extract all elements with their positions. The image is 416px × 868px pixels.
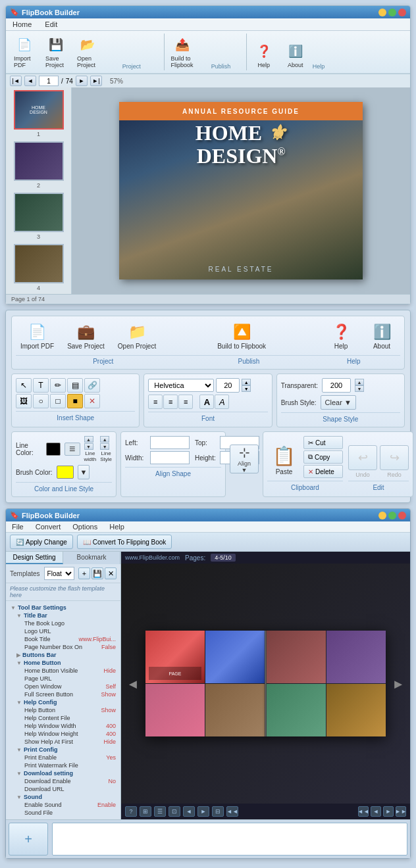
font-bold-btn[interactable]: A (199, 395, 214, 409)
tree-print-enable[interactable]: Print Enable Yes (9, 754, 118, 761)
page-input[interactable] (39, 76, 59, 86)
align-grid-btn[interactable]: ⊹ Align ▼ (230, 445, 259, 473)
about-btn[interactable]: ℹ️ About (281, 40, 310, 70)
paste-btn[interactable]: 📋 Paste (267, 443, 301, 478)
s3-close-btn[interactable] (398, 512, 406, 519)
tree-help-content[interactable]: Help Content File (9, 714, 118, 722)
prev-page-btn[interactable]: ◄ (24, 76, 36, 86)
preview-share-btn[interactable]: ⊟ (212, 806, 224, 817)
tree-sound[interactable]: ▼ Sound (9, 793, 118, 801)
apply-change-btn[interactable]: 🔄 Apply Change (10, 535, 73, 549)
transparent-down[interactable]: ▼ (355, 385, 364, 392)
line-width-up[interactable]: ▲ (84, 436, 93, 443)
menu-edit[interactable]: Edit (42, 20, 60, 29)
preview-menu-btn[interactable]: ◄◄ (226, 806, 238, 817)
tree-help-config[interactable]: ▼ Help Config (9, 698, 118, 706)
preview-grid-btn[interactable]: ⊞ (140, 806, 151, 817)
preview-list-btn[interactable]: ☰ (154, 806, 166, 817)
tree-home-visible[interactable]: Home Button Visible Hide (9, 667, 118, 675)
s2-help-btn[interactable]: ❓ Help (323, 320, 359, 352)
redo-btn[interactable]: ↪ (380, 445, 409, 470)
delete-btn[interactable]: ✕ Delete (303, 465, 343, 478)
convert-flipbook-btn[interactable]: 📖 Convert To Flipping Book (77, 535, 172, 549)
s3-menu-file[interactable]: File (10, 522, 26, 531)
transparent-input[interactable] (322, 378, 351, 393)
tree-buttons-bar[interactable]: ▶ Buttons Bar (9, 651, 118, 659)
tree-toolbar-settings[interactable]: ▼ Tool Bar Settings (9, 604, 118, 612)
open-project-btn[interactable]: 📂 Open Project (73, 34, 102, 70)
tree-help-btn[interactable]: Help Button Show (9, 706, 118, 714)
text-tool-btn[interactable]: T (33, 378, 49, 393)
transparent-up[interactable]: ▲ (355, 379, 364, 385)
line-color-swatch[interactable] (46, 443, 61, 456)
tree-print-watermark[interactable]: Print Watermark File (9, 761, 118, 769)
last-page-btn[interactable]: ►| (90, 76, 102, 86)
s2-open-project-btn[interactable]: 📁 Open Project (113, 320, 161, 352)
left-input[interactable] (150, 436, 190, 449)
next-spread-btn[interactable]: ► (392, 676, 405, 691)
thumbnail-2[interactable]: 2 (9, 141, 68, 189)
copy-btn[interactable]: ⧉ Copy (303, 450, 343, 464)
width-input[interactable] (150, 451, 190, 464)
tree-logo-url[interactable]: Logo URL (9, 627, 118, 635)
tree-sound-file[interactable]: Sound File (9, 809, 118, 817)
brush-style-dropdown[interactable]: Clear ▼ (321, 395, 356, 410)
font-select[interactable]: Helvetica (148, 379, 214, 392)
align-center-btn[interactable]: ≡ (163, 395, 178, 409)
template-add-btn[interactable]: + (78, 567, 90, 579)
import-pdf-btn[interactable]: 📄 Import PDF (10, 34, 39, 70)
next-page-btn[interactable]: ► (76, 76, 88, 86)
font-size-down[interactable]: ▼ (242, 385, 251, 392)
preview-first-btn[interactable]: ◄◄ (358, 806, 369, 817)
tree-print-config[interactable]: ▼ Print Config (9, 746, 118, 754)
line-width-down[interactable]: ▼ (84, 443, 93, 450)
font-size-input[interactable] (216, 378, 240, 393)
rect-tool-btn[interactable]: □ (50, 394, 66, 408)
delete-shape-btn[interactable]: ✕ (84, 394, 100, 408)
font-italic-btn[interactable]: A (215, 395, 229, 409)
line-style-down[interactable]: ▼ (100, 443, 109, 450)
s2-save-project-btn[interactable]: 💼 Save Project (63, 320, 109, 352)
cut-btn[interactable]: ✂ Cut (303, 436, 343, 449)
colored-rect-btn[interactable]: ■ (67, 394, 83, 408)
preview-next-btn[interactable]: ► (383, 806, 394, 817)
close-btn[interactable] (398, 9, 406, 16)
minimize-btn[interactable] (378, 9, 386, 16)
first-page-btn[interactable]: |◄ (10, 76, 22, 86)
tree-download-setting[interactable]: ▼ Download setting (9, 769, 118, 777)
undo-btn[interactable]: ↩ (348, 445, 377, 470)
maximize-btn[interactable] (388, 9, 396, 16)
pencil-tool-btn[interactable]: ✏ (50, 378, 66, 393)
template-save-btn[interactable]: 💾 (91, 567, 103, 579)
tree-open-window[interactable]: Open Window Self (9, 683, 118, 690)
tree-enable-sound[interactable]: Enable Sound Enable (9, 801, 118, 809)
textbox-tool-btn[interactable]: ▤ (67, 378, 83, 393)
s2-about-btn[interactable]: ℹ️ About (363, 320, 400, 352)
preview-fullscreen-btn[interactable]: ⊡ (169, 806, 180, 817)
preview-zoom-in-btn[interactable]: ◄ (183, 806, 195, 817)
tree-help-width[interactable]: Help Window Width 400 (9, 722, 118, 730)
circle-tool-btn[interactable]: ○ (33, 394, 49, 408)
font-size-up[interactable]: ▲ (242, 379, 251, 385)
prev-spread-btn[interactable]: ◄ (126, 676, 140, 691)
preview-zoom-out-btn[interactable]: ► (197, 806, 209, 817)
s2-build-btn[interactable]: 🔼 Build to Flipbook (213, 320, 271, 352)
thumbnail-4[interactable]: 4 (9, 244, 68, 291)
help-btn[interactable]: ❓ Help (249, 40, 278, 70)
s3-minimize-btn[interactable] (378, 512, 386, 519)
tree-download-url[interactable]: Download URL (9, 785, 118, 793)
link-tool-btn[interactable]: 🔗 (84, 378, 100, 393)
tree-titlebar[interactable]: ▼ Title Bar (9, 612, 118, 619)
build-flipbook-btn[interactable]: 📤 Build to Flipbook (167, 34, 199, 70)
preview-help-btn[interactable]: ? (125, 806, 137, 817)
menu-home[interactable]: Home (10, 20, 34, 29)
tree-help-height[interactable]: Help Window Height 400 (9, 730, 118, 738)
align-right-btn[interactable]: ≡ (178, 395, 193, 409)
cursor-tool-btn[interactable]: ↖ (16, 378, 32, 393)
image-tool-btn[interactable]: 🖼 (16, 394, 32, 408)
preview-last-btn[interactable]: ►► (396, 806, 406, 817)
tree-page-num-box[interactable]: Page Number Box On False (9, 643, 118, 651)
add-thumbnail-btn[interactable]: + (9, 823, 48, 856)
align-left-btn[interactable]: ≡ (148, 395, 163, 409)
tab-design-setting[interactable]: Design Setting (6, 552, 63, 564)
